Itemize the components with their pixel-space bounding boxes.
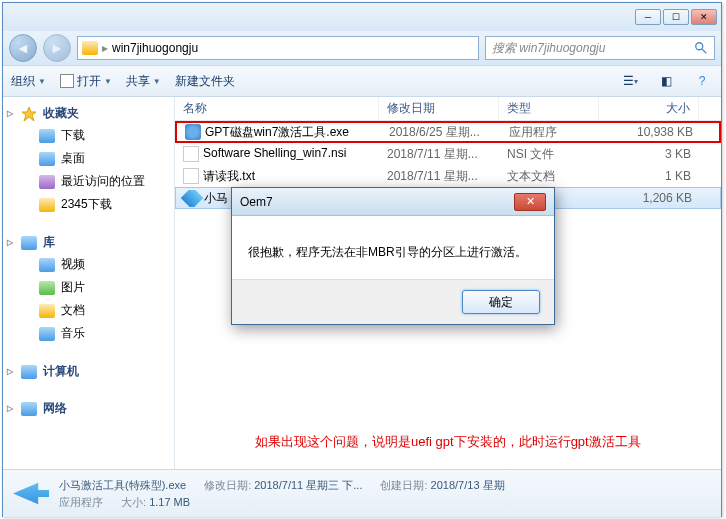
file-row[interactable]: GPT磁盘win7激活工具.exe2018/6/25 星期...应用程序10,9… <box>175 121 721 143</box>
file-type: 应用程序 <box>501 124 601 141</box>
svg-line-1 <box>702 49 706 53</box>
dialog-close-button[interactable]: ✕ <box>514 193 546 211</box>
recent-icon <box>39 175 55 189</box>
file-date: 2018/6/25 星期... <box>381 124 501 141</box>
file-name: 请读我.txt <box>203 169 255 183</box>
search-placeholder: 搜索 win7jihuogongju <box>492 40 605 57</box>
status-filename: 小马激活工具(特殊型).exe <box>59 478 186 493</box>
sidebar-music[interactable]: 音乐 <box>3 322 174 345</box>
file-date: 2018/7/11 星期... <box>379 146 499 163</box>
sidebar-desktop[interactable]: 桌面 <box>3 147 174 170</box>
view-button[interactable]: ☰▾ <box>619 71 641 91</box>
file-icon <box>185 124 201 140</box>
address-bar[interactable]: ▸ win7jihuogongju <box>77 36 479 60</box>
dialog-message: 很抱歉，程序无法在非MBR引导的分区上进行激活。 <box>232 216 554 279</box>
help-button[interactable]: ? <box>691 71 713 91</box>
file-size: 1 KB <box>599 169 699 183</box>
picture-icon <box>39 281 55 295</box>
file-type-icon <box>13 476 49 512</box>
forward-button[interactable]: ► <box>43 34 71 62</box>
document-icon <box>39 304 55 318</box>
file-icon <box>183 146 199 162</box>
status-apptype: 应用程序 <box>59 495 103 510</box>
file-name: GPT磁盘win7激活工具.exe <box>205 125 349 139</box>
file-date: 2018/7/11 星期... <box>379 168 499 185</box>
back-button[interactable]: ◄ <box>9 34 37 62</box>
computer-icon <box>21 365 37 379</box>
file-name: 小马 <box>204 191 228 205</box>
explorer-window: ─ ☐ ✕ ◄ ► ▸ win7jihuogongju 搜索 win7jihuo… <box>2 2 722 517</box>
file-size: 10,938 KB <box>601 125 701 139</box>
sidebar-videos[interactable]: 视频 <box>3 253 174 276</box>
share-menu[interactable]: 共享▼ <box>126 73 161 90</box>
col-size[interactable]: 大小 <box>599 97 699 120</box>
titlebar: ─ ☐ ✕ <box>3 3 721 31</box>
video-icon <box>39 258 55 272</box>
navigation-row: ◄ ► ▸ win7jihuogongju 搜索 win7jihuogongju <box>3 31 721 65</box>
organize-menu[interactable]: 组织▼ <box>11 73 46 90</box>
minimize-button[interactable]: ─ <box>635 9 661 25</box>
status-mod-date: 2018/7/11 星期三 下... <box>254 479 362 491</box>
open-icon <box>60 74 74 88</box>
toolbar: 组织▼ 打开▼ 共享▼ 新建文件夹 ☰▾ ◧ ? <box>3 65 721 97</box>
annotation-text: 如果出现这个问题，说明是uefi gpt下安装的，此时运行gpt激活工具 <box>235 425 661 459</box>
file-type: 文本文档 <box>499 168 599 185</box>
status-size-label: 大小: <box>121 496 146 508</box>
status-bar: 小马激活工具(特殊型).exe 修改日期: 2018/7/11 星期三 下...… <box>3 469 721 517</box>
music-icon <box>39 327 55 341</box>
sidebar-favorites[interactable]: 收藏夹 <box>3 101 174 124</box>
file-icon <box>181 190 204 207</box>
breadcrumb-current[interactable]: win7jihuogongju <box>112 41 198 55</box>
download-icon <box>39 129 55 143</box>
status-create-label: 创建日期: <box>380 479 427 491</box>
search-input[interactable]: 搜索 win7jihuogongju <box>485 36 715 60</box>
new-folder-button[interactable]: 新建文件夹 <box>175 73 235 90</box>
file-name: Software Shelling_win7.nsi <box>203 146 346 160</box>
col-type[interactable]: 类型 <box>499 97 599 120</box>
sidebar-libraries[interactable]: 库 <box>3 230 174 253</box>
file-row[interactable]: Software Shelling_win7.nsi2018/7/11 星期..… <box>175 143 721 165</box>
maximize-button[interactable]: ☐ <box>663 9 689 25</box>
library-icon <box>21 236 37 250</box>
sidebar-2345[interactable]: 2345下载 <box>3 193 174 216</box>
sidebar-network[interactable]: 网络 <box>3 396 174 419</box>
status-create-date: 2018/7/13 星期 <box>431 479 505 491</box>
status-mod-label: 修改日期: <box>204 479 251 491</box>
dialog-titlebar[interactable]: Oem7 ✕ <box>232 188 554 216</box>
star-icon <box>21 106 37 122</box>
error-dialog: Oem7 ✕ 很抱歉，程序无法在非MBR引导的分区上进行激活。 确定 <box>231 187 555 325</box>
file-size: 3 KB <box>599 147 699 161</box>
file-row[interactable]: 请读我.txt2018/7/11 星期...文本文档1 KB <box>175 165 721 187</box>
file-size: 1,206 KB <box>600 191 700 205</box>
folder-icon <box>82 41 98 55</box>
breadcrumb-separator: ▸ <box>102 41 108 55</box>
desktop-icon <box>39 152 55 166</box>
status-size: 1.17 MB <box>149 496 190 508</box>
col-name[interactable]: 名称 <box>175 97 379 120</box>
dialog-ok-button[interactable]: 确定 <box>462 290 540 314</box>
sidebar: 收藏夹 下载 桌面 最近访问的位置 2345下载 库 视频 图片 文档 音乐 计… <box>3 97 175 469</box>
preview-pane-button[interactable]: ◧ <box>655 71 677 91</box>
col-date[interactable]: 修改日期 <box>379 97 499 120</box>
open-button[interactable]: 打开▼ <box>60 73 112 90</box>
folder-icon <box>39 198 55 212</box>
svg-marker-2 <box>22 107 36 121</box>
sidebar-documents[interactable]: 文档 <box>3 299 174 322</box>
sidebar-recent[interactable]: 最近访问的位置 <box>3 170 174 193</box>
column-headers: 名称 修改日期 类型 大小 <box>175 97 721 121</box>
svg-point-0 <box>696 43 703 50</box>
close-button[interactable]: ✕ <box>691 9 717 25</box>
dialog-title: Oem7 <box>240 195 273 209</box>
search-icon <box>694 41 708 55</box>
sidebar-downloads[interactable]: 下载 <box>3 124 174 147</box>
file-icon <box>183 168 199 184</box>
file-type: NSI 文件 <box>499 146 599 163</box>
sidebar-computer[interactable]: 计算机 <box>3 359 174 382</box>
sidebar-pictures[interactable]: 图片 <box>3 276 174 299</box>
network-icon <box>21 402 37 416</box>
